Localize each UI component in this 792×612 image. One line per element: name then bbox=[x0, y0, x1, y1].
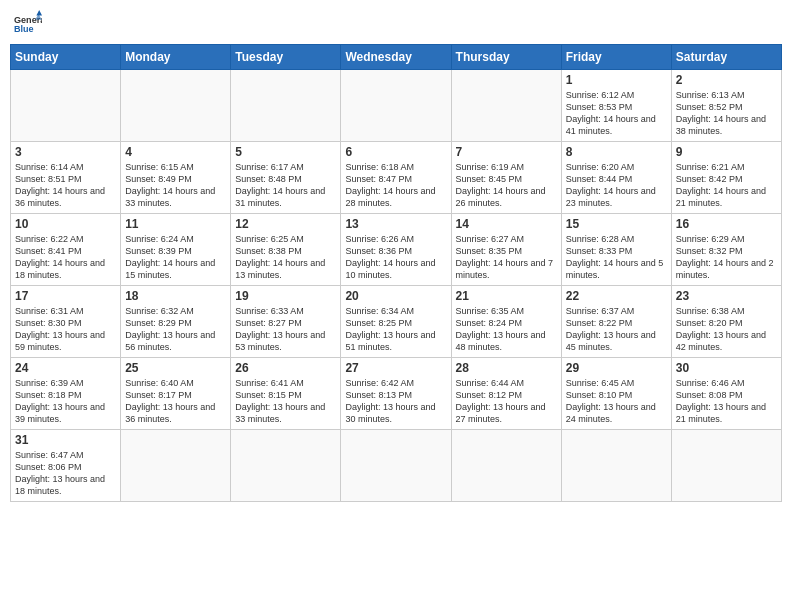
cell-sun-info: Sunrise: 6:22 AM Sunset: 8:41 PM Dayligh… bbox=[15, 233, 116, 282]
day-number: 20 bbox=[345, 289, 446, 303]
cell-sun-info: Sunrise: 6:47 AM Sunset: 8:06 PM Dayligh… bbox=[15, 449, 116, 498]
calendar-week-1: 3Sunrise: 6:14 AM Sunset: 8:51 PM Daylig… bbox=[11, 142, 782, 214]
cell-sun-info: Sunrise: 6:17 AM Sunset: 8:48 PM Dayligh… bbox=[235, 161, 336, 210]
weekday-header-wednesday: Wednesday bbox=[341, 45, 451, 70]
day-number: 2 bbox=[676, 73, 777, 87]
calendar-cell bbox=[121, 70, 231, 142]
day-number: 25 bbox=[125, 361, 226, 375]
day-number: 28 bbox=[456, 361, 557, 375]
cell-sun-info: Sunrise: 6:27 AM Sunset: 8:35 PM Dayligh… bbox=[456, 233, 557, 282]
calendar-cell bbox=[121, 430, 231, 502]
calendar-cell: 12Sunrise: 6:25 AM Sunset: 8:38 PM Dayli… bbox=[231, 214, 341, 286]
calendar-cell: 5Sunrise: 6:17 AM Sunset: 8:48 PM Daylig… bbox=[231, 142, 341, 214]
calendar-cell: 28Sunrise: 6:44 AM Sunset: 8:12 PM Dayli… bbox=[451, 358, 561, 430]
weekday-header-row: SundayMondayTuesdayWednesdayThursdayFrid… bbox=[11, 45, 782, 70]
calendar-cell bbox=[341, 70, 451, 142]
calendar-cell bbox=[341, 430, 451, 502]
calendar-cell bbox=[451, 70, 561, 142]
calendar-cell: 2Sunrise: 6:13 AM Sunset: 8:52 PM Daylig… bbox=[671, 70, 781, 142]
calendar-cell bbox=[231, 430, 341, 502]
day-number: 18 bbox=[125, 289, 226, 303]
weekday-header-friday: Friday bbox=[561, 45, 671, 70]
header: General Blue bbox=[10, 10, 782, 38]
cell-sun-info: Sunrise: 6:26 AM Sunset: 8:36 PM Dayligh… bbox=[345, 233, 446, 282]
cell-sun-info: Sunrise: 6:33 AM Sunset: 8:27 PM Dayligh… bbox=[235, 305, 336, 354]
calendar-cell: 22Sunrise: 6:37 AM Sunset: 8:22 PM Dayli… bbox=[561, 286, 671, 358]
cell-sun-info: Sunrise: 6:21 AM Sunset: 8:42 PM Dayligh… bbox=[676, 161, 777, 210]
calendar-cell: 31Sunrise: 6:47 AM Sunset: 8:06 PM Dayli… bbox=[11, 430, 121, 502]
day-number: 15 bbox=[566, 217, 667, 231]
calendar-cell: 26Sunrise: 6:41 AM Sunset: 8:15 PM Dayli… bbox=[231, 358, 341, 430]
day-number: 27 bbox=[345, 361, 446, 375]
cell-sun-info: Sunrise: 6:42 AM Sunset: 8:13 PM Dayligh… bbox=[345, 377, 446, 426]
calendar-cell: 6Sunrise: 6:18 AM Sunset: 8:47 PM Daylig… bbox=[341, 142, 451, 214]
day-number: 31 bbox=[15, 433, 116, 447]
weekday-header-thursday: Thursday bbox=[451, 45, 561, 70]
day-number: 1 bbox=[566, 73, 667, 87]
calendar-cell: 3Sunrise: 6:14 AM Sunset: 8:51 PM Daylig… bbox=[11, 142, 121, 214]
calendar-cell bbox=[561, 430, 671, 502]
page: General Blue SundayMondayTuesdayWednesda… bbox=[0, 0, 792, 612]
cell-sun-info: Sunrise: 6:46 AM Sunset: 8:08 PM Dayligh… bbox=[676, 377, 777, 426]
day-number: 22 bbox=[566, 289, 667, 303]
cell-sun-info: Sunrise: 6:45 AM Sunset: 8:10 PM Dayligh… bbox=[566, 377, 667, 426]
weekday-header-sunday: Sunday bbox=[11, 45, 121, 70]
day-number: 16 bbox=[676, 217, 777, 231]
day-number: 3 bbox=[15, 145, 116, 159]
calendar-cell: 29Sunrise: 6:45 AM Sunset: 8:10 PM Dayli… bbox=[561, 358, 671, 430]
calendar-table: SundayMondayTuesdayWednesdayThursdayFrid… bbox=[10, 44, 782, 502]
cell-sun-info: Sunrise: 6:14 AM Sunset: 8:51 PM Dayligh… bbox=[15, 161, 116, 210]
day-number: 21 bbox=[456, 289, 557, 303]
cell-sun-info: Sunrise: 6:28 AM Sunset: 8:33 PM Dayligh… bbox=[566, 233, 667, 282]
cell-sun-info: Sunrise: 6:40 AM Sunset: 8:17 PM Dayligh… bbox=[125, 377, 226, 426]
cell-sun-info: Sunrise: 6:12 AM Sunset: 8:53 PM Dayligh… bbox=[566, 89, 667, 138]
svg-text:Blue: Blue bbox=[14, 24, 34, 34]
calendar-cell bbox=[451, 430, 561, 502]
cell-sun-info: Sunrise: 6:29 AM Sunset: 8:32 PM Dayligh… bbox=[676, 233, 777, 282]
calendar-week-2: 10Sunrise: 6:22 AM Sunset: 8:41 PM Dayli… bbox=[11, 214, 782, 286]
cell-sun-info: Sunrise: 6:13 AM Sunset: 8:52 PM Dayligh… bbox=[676, 89, 777, 138]
day-number: 12 bbox=[235, 217, 336, 231]
calendar-cell: 27Sunrise: 6:42 AM Sunset: 8:13 PM Dayli… bbox=[341, 358, 451, 430]
cell-sun-info: Sunrise: 6:39 AM Sunset: 8:18 PM Dayligh… bbox=[15, 377, 116, 426]
calendar-cell: 21Sunrise: 6:35 AM Sunset: 8:24 PM Dayli… bbox=[451, 286, 561, 358]
calendar-cell: 20Sunrise: 6:34 AM Sunset: 8:25 PM Dayli… bbox=[341, 286, 451, 358]
calendar-cell: 25Sunrise: 6:40 AM Sunset: 8:17 PM Dayli… bbox=[121, 358, 231, 430]
generalblue-logo-icon: General Blue bbox=[14, 10, 42, 38]
day-number: 10 bbox=[15, 217, 116, 231]
cell-sun-info: Sunrise: 6:18 AM Sunset: 8:47 PM Dayligh… bbox=[345, 161, 446, 210]
calendar-cell: 9Sunrise: 6:21 AM Sunset: 8:42 PM Daylig… bbox=[671, 142, 781, 214]
calendar-cell: 24Sunrise: 6:39 AM Sunset: 8:18 PM Dayli… bbox=[11, 358, 121, 430]
day-number: 29 bbox=[566, 361, 667, 375]
calendar-week-0: 1Sunrise: 6:12 AM Sunset: 8:53 PM Daylig… bbox=[11, 70, 782, 142]
cell-sun-info: Sunrise: 6:44 AM Sunset: 8:12 PM Dayligh… bbox=[456, 377, 557, 426]
cell-sun-info: Sunrise: 6:34 AM Sunset: 8:25 PM Dayligh… bbox=[345, 305, 446, 354]
logo: General Blue bbox=[14, 10, 42, 38]
calendar-week-3: 17Sunrise: 6:31 AM Sunset: 8:30 PM Dayli… bbox=[11, 286, 782, 358]
cell-sun-info: Sunrise: 6:24 AM Sunset: 8:39 PM Dayligh… bbox=[125, 233, 226, 282]
calendar-cell: 15Sunrise: 6:28 AM Sunset: 8:33 PM Dayli… bbox=[561, 214, 671, 286]
day-number: 9 bbox=[676, 145, 777, 159]
day-number: 11 bbox=[125, 217, 226, 231]
calendar-week-4: 24Sunrise: 6:39 AM Sunset: 8:18 PM Dayli… bbox=[11, 358, 782, 430]
calendar-cell: 19Sunrise: 6:33 AM Sunset: 8:27 PM Dayli… bbox=[231, 286, 341, 358]
cell-sun-info: Sunrise: 6:19 AM Sunset: 8:45 PM Dayligh… bbox=[456, 161, 557, 210]
svg-marker-2 bbox=[36, 10, 42, 16]
day-number: 5 bbox=[235, 145, 336, 159]
day-number: 7 bbox=[456, 145, 557, 159]
day-number: 26 bbox=[235, 361, 336, 375]
weekday-header-saturday: Saturday bbox=[671, 45, 781, 70]
day-number: 4 bbox=[125, 145, 226, 159]
cell-sun-info: Sunrise: 6:35 AM Sunset: 8:24 PM Dayligh… bbox=[456, 305, 557, 354]
cell-sun-info: Sunrise: 6:32 AM Sunset: 8:29 PM Dayligh… bbox=[125, 305, 226, 354]
cell-sun-info: Sunrise: 6:31 AM Sunset: 8:30 PM Dayligh… bbox=[15, 305, 116, 354]
calendar-cell: 11Sunrise: 6:24 AM Sunset: 8:39 PM Dayli… bbox=[121, 214, 231, 286]
cell-sun-info: Sunrise: 6:20 AM Sunset: 8:44 PM Dayligh… bbox=[566, 161, 667, 210]
calendar-cell bbox=[671, 430, 781, 502]
calendar-cell: 30Sunrise: 6:46 AM Sunset: 8:08 PM Dayli… bbox=[671, 358, 781, 430]
calendar-cell bbox=[11, 70, 121, 142]
calendar-cell bbox=[231, 70, 341, 142]
calendar-cell: 7Sunrise: 6:19 AM Sunset: 8:45 PM Daylig… bbox=[451, 142, 561, 214]
calendar-cell: 14Sunrise: 6:27 AM Sunset: 8:35 PM Dayli… bbox=[451, 214, 561, 286]
day-number: 6 bbox=[345, 145, 446, 159]
